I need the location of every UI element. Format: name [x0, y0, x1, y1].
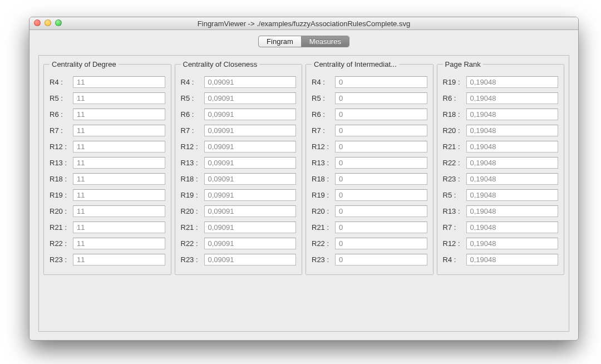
- row-value[interactable]: 0: [335, 141, 427, 153]
- row-value[interactable]: 0: [335, 76, 427, 88]
- row-value[interactable]: 0,09091: [204, 109, 297, 120]
- row-value[interactable]: 0,19048: [466, 205, 559, 217]
- group-title: Centrality of Closeness: [181, 60, 260, 68]
- measure-row: R4 :0,09091: [181, 74, 297, 90]
- measure-row: R19 :0: [312, 187, 427, 203]
- row-value[interactable]: 0: [335, 205, 427, 217]
- row-label: R5 :: [181, 94, 204, 102]
- measure-row: R23 :0,09091: [181, 252, 297, 268]
- group-title: Centrality of Degree: [50, 60, 119, 68]
- minimize-icon[interactable]: [45, 19, 51, 26]
- row-label: R6 :: [443, 94, 466, 102]
- measure-row: R22 :0: [312, 235, 427, 252]
- row-value[interactable]: 11: [73, 205, 165, 217]
- measure-row: R22 :0,09091: [181, 235, 297, 252]
- row-value[interactable]: 0,09091: [204, 92, 297, 104]
- row-label: R18 :: [181, 175, 204, 183]
- row-value[interactable]: 0,09091: [204, 125, 297, 136]
- measure-row: R18 :0,09091: [181, 171, 297, 187]
- zoom-icon[interactable]: [55, 19, 62, 26]
- row-label: R22 :: [443, 159, 466, 167]
- row-label: R22 :: [50, 239, 73, 248]
- row-label: R23 :: [181, 255, 204, 264]
- row-value[interactable]: 11: [73, 254, 165, 265]
- row-value[interactable]: 11: [73, 238, 165, 249]
- row-value[interactable]: 0,09091: [204, 189, 297, 201]
- row-label: R19 :: [181, 191, 204, 199]
- row-label: R4 :: [50, 78, 73, 86]
- measure-row: R22 :0,19048: [443, 155, 559, 171]
- measure-row: R12 :0,19048: [443, 235, 559, 252]
- row-value[interactable]: 0,19048: [466, 254, 559, 265]
- row-value[interactable]: 11: [73, 222, 165, 233]
- row-value[interactable]: 0,09091: [204, 238, 297, 249]
- row-value[interactable]: 0: [335, 173, 427, 185]
- tab-bar: Fingram Measures: [29, 30, 578, 47]
- row-value[interactable]: 0,09091: [204, 222, 297, 233]
- row-value[interactable]: 0,09091: [204, 205, 297, 217]
- row-label: R20 :: [50, 207, 73, 215]
- row-value[interactable]: 0,19048: [466, 92, 559, 104]
- row-label: R12 :: [312, 142, 335, 151]
- row-value[interactable]: 11: [73, 141, 165, 153]
- row-value[interactable]: 0,19048: [466, 125, 559, 136]
- measure-row: R21 :11: [50, 219, 165, 235]
- segmented-control: Fingram Measures: [258, 36, 349, 47]
- measure-row: R12 :0: [312, 139, 427, 155]
- tab-fingram[interactable]: Fingram: [259, 36, 301, 47]
- row-value[interactable]: 0,19048: [466, 141, 559, 153]
- row-value[interactable]: 0,09091: [204, 76, 297, 88]
- row-value[interactable]: 0: [335, 222, 427, 233]
- measure-row: R19 :11: [50, 187, 165, 203]
- row-value[interactable]: 11: [73, 173, 165, 185]
- close-icon[interactable]: [34, 19, 41, 26]
- row-value[interactable]: 11: [73, 125, 165, 136]
- row-value[interactable]: 11: [73, 76, 165, 88]
- window-controls: [34, 19, 62, 26]
- row-value[interactable]: 0,09091: [204, 173, 297, 185]
- measure-row: R7 :0,09091: [181, 122, 297, 139]
- window-title: FingramViewer -> ./examples/fuzzyAssocia…: [29, 19, 578, 28]
- row-label: R22 :: [181, 239, 204, 248]
- row-value[interactable]: 0: [335, 92, 427, 104]
- row-value[interactable]: 11: [73, 189, 165, 201]
- row-value[interactable]: 11: [73, 109, 165, 120]
- row-label: R12 :: [50, 142, 73, 151]
- row-label: R23 :: [312, 255, 335, 264]
- row-value[interactable]: 0,19048: [466, 109, 559, 120]
- tab-measures[interactable]: Measures: [301, 36, 349, 47]
- row-value[interactable]: 0,19048: [466, 76, 559, 88]
- row-value[interactable]: 0: [335, 109, 427, 120]
- row-value[interactable]: 0,09091: [204, 141, 297, 153]
- row-value[interactable]: 0,19048: [466, 222, 559, 233]
- row-label: R5 :: [443, 191, 466, 199]
- row-label: R18 :: [312, 175, 335, 183]
- group-centrality-intermediation: Centrality of Intermediat... R4 :0 R5 :0…: [306, 60, 433, 275]
- measure-row: R23 :0: [312, 252, 427, 268]
- row-value[interactable]: 0: [335, 238, 427, 249]
- row-value[interactable]: 0,19048: [466, 157, 559, 169]
- group-page-rank: Page Rank R19 :0,19048 R6 :0,19048 R18 :…: [437, 60, 565, 275]
- row-value[interactable]: 0,19048: [466, 173, 559, 185]
- row-label: R13 :: [312, 159, 335, 167]
- row-label: R7 :: [181, 126, 204, 135]
- row-value[interactable]: 11: [73, 92, 165, 104]
- row-value[interactable]: 0,19048: [466, 189, 559, 201]
- row-label: R21 :: [312, 223, 335, 232]
- row-value[interactable]: 0,09091: [204, 157, 297, 169]
- titlebar[interactable]: FingramViewer -> ./examples/fuzzyAssocia…: [29, 17, 578, 30]
- row-label: R20 :: [312, 207, 335, 215]
- row-value[interactable]: 0,09091: [204, 254, 297, 265]
- row-value[interactable]: 11: [73, 157, 165, 169]
- row-value[interactable]: 0: [335, 157, 427, 169]
- measure-row: R13 :0,09091: [181, 155, 297, 171]
- row-value[interactable]: 0,19048: [466, 238, 559, 249]
- row-value[interactable]: 0: [335, 254, 427, 265]
- row-label: R20 :: [181, 207, 204, 215]
- measure-row: R21 :0,09091: [181, 219, 297, 235]
- row-label: R13 :: [50, 159, 73, 167]
- client-area: Fingram Measures Centrality of Degree R4…: [29, 30, 578, 341]
- measure-row: R7 :0: [312, 122, 427, 139]
- row-value[interactable]: 0: [335, 189, 427, 201]
- row-value[interactable]: 0: [335, 125, 427, 136]
